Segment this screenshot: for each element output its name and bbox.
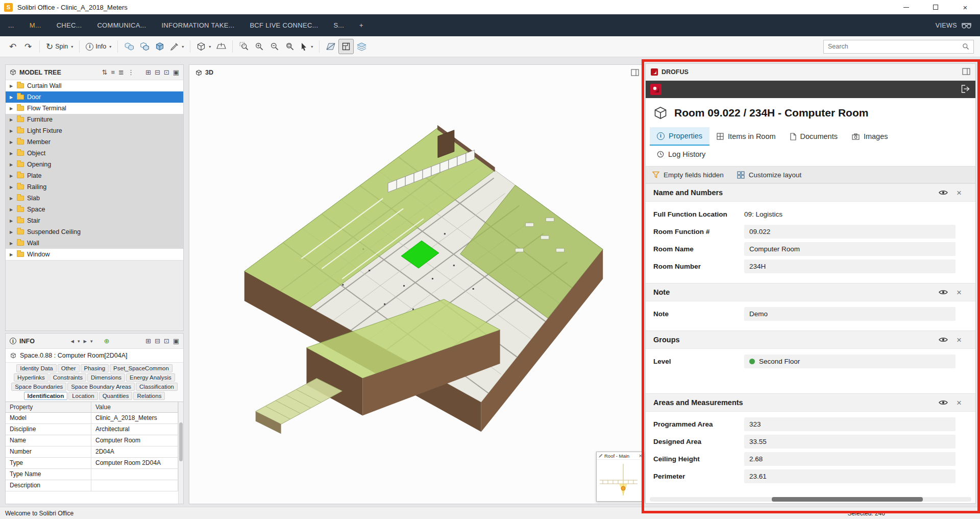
visibility-eye-icon[interactable]: [939, 190, 948, 196]
menu-tab-chec[interactable]: CHEC...: [57, 21, 82, 29]
field-value[interactable]: 234H: [744, 260, 955, 273]
menu-tab-bcf-live-connec[interactable]: BCF LIVE CONNEC...: [250, 21, 318, 29]
3d-viewport[interactable]: [189, 65, 643, 504]
scrollbar-thumb[interactable]: [772, 497, 923, 502]
history-back-menu-icon[interactable]: ▾: [78, 339, 80, 344]
info-tab-relations[interactable]: Relations: [133, 392, 165, 400]
section-plane-button[interactable]: [323, 39, 338, 54]
info-tab-dimensions[interactable]: Dimensions: [87, 373, 125, 382]
zoom-area-button[interactable]: [236, 39, 252, 54]
field-value[interactable]: 33.55: [744, 435, 955, 449]
select-tool-button[interactable]: ▾: [298, 39, 315, 54]
tree-item-opening[interactable]: ▶Opening: [6, 159, 183, 170]
redo-button[interactable]: ↷: [20, 39, 36, 54]
info-tab-energy-analysis[interactable]: Energy Analysis: [126, 373, 175, 382]
drofus-tab-documents[interactable]: Documents: [783, 127, 845, 146]
pick-component-icon[interactable]: ⊕: [104, 337, 110, 345]
info-tab-space-boundaries[interactable]: Space Boundaries: [11, 383, 66, 391]
tree-menu-icon[interactable]: ⋮: [128, 68, 134, 76]
tree-item-light-fixture[interactable]: ▶Light Fixture: [6, 125, 183, 136]
history-forward-menu-icon[interactable]: ▾: [90, 339, 93, 344]
tree-item-space[interactable]: ▶Space: [6, 204, 183, 215]
close-section-icon[interactable]: ×: [957, 188, 962, 197]
expand-arrow-icon[interactable]: ▶: [9, 252, 14, 257]
menu-tab-item-0[interactable]: ...: [8, 21, 14, 29]
component-cubes-button[interactable]: [121, 39, 137, 54]
panel-layout-icon[interactable]: [631, 69, 639, 78]
show-all-icon[interactable]: ⊞: [145, 68, 151, 76]
zoom-in-button[interactable]: [252, 39, 267, 54]
minimize-button[interactable]: [891, 0, 921, 14]
tree-item-wall[interactable]: ▶Wall: [6, 238, 183, 249]
panel-layout-icon[interactable]: [962, 68, 970, 77]
popup-titlebar[interactable]: Roof - Main ×: [597, 452, 644, 460]
drofus-tab-items-in-room[interactable]: Items in Room: [709, 127, 782, 146]
panel-options-icon[interactable]: ▣: [173, 337, 179, 345]
views-control[interactable]: VIEWS: [936, 21, 972, 29]
visibility-eye-icon[interactable]: [939, 337, 948, 343]
zoom-fit-button[interactable]: [282, 39, 298, 54]
info-tab-hyperlinks[interactable]: Hyperlinks: [14, 373, 48, 382]
hierarchy-sort-icon[interactable]: ⇅: [102, 68, 108, 76]
field-value[interactable]: Computer Room: [744, 242, 955, 256]
hide-all-icon[interactable]: ⊟: [155, 68, 160, 76]
tree-item-window[interactable]: ▶Window: [6, 249, 183, 260]
panel-options-icon[interactable]: ▣: [173, 68, 179, 76]
property-row-discipline[interactable]: DisciplineArchitectural: [6, 424, 178, 435]
open-in-drofus-icon[interactable]: [961, 85, 971, 95]
tree-item-door[interactable]: ▶Door: [6, 91, 183, 103]
tree-item-slab[interactable]: ▶Slab: [6, 193, 183, 204]
expand-arrow-icon[interactable]: ▶: [9, 207, 14, 212]
history-back-icon[interactable]: ◂: [70, 337, 74, 345]
info-tab-quantities[interactable]: Quantities: [99, 392, 133, 400]
info-tab-other[interactable]: Other: [58, 364, 80, 372]
layers-button[interactable]: [354, 39, 369, 54]
isolate-icon[interactable]: ⊡: [164, 68, 169, 76]
flat-list-icon[interactable]: ≡: [111, 68, 115, 76]
expand-arrow-icon[interactable]: ▶: [9, 140, 14, 145]
tree-item-plate[interactable]: ▶Plate: [6, 170, 183, 181]
field-value[interactable]: Second Floor: [744, 355, 955, 368]
undo-button[interactable]: ↶: [5, 39, 20, 54]
info-tab-constraints[interactable]: Constraints: [50, 373, 86, 382]
drofus-tab-log-history[interactable]: Log History: [650, 146, 713, 163]
expand-arrow-icon[interactable]: ▶: [9, 84, 14, 88]
info-tab-location[interactable]: Location: [68, 392, 97, 400]
tree-item-object[interactable]: ▶Object: [6, 148, 183, 159]
expand-arrow-icon[interactable]: ▶: [9, 185, 14, 190]
info-tab-identification[interactable]: Identification: [24, 392, 68, 400]
close-icon[interactable]: ×: [639, 453, 642, 459]
expand-icon[interactable]: ⊞: [145, 337, 151, 345]
selection-basket-button[interactable]: [152, 39, 167, 54]
field-value[interactable]: 23.61: [744, 469, 955, 483]
projection-button[interactable]: [213, 39, 229, 54]
expand-arrow-icon[interactable]: ▶: [9, 106, 14, 111]
expand-arrow-icon[interactable]: ▶: [9, 230, 14, 234]
field-value[interactable]: 323: [744, 417, 955, 431]
tree-item-furniture[interactable]: ▶Furniture: [6, 114, 183, 125]
info-tab-identity-data[interactable]: Identity Data: [16, 364, 57, 372]
info-tab-classification[interactable]: Classification: [136, 383, 178, 391]
empty-fields-toggle[interactable]: Empty fields hidden: [664, 171, 724, 179]
expand-arrow-icon[interactable]: ▶: [9, 219, 14, 223]
drofus-tab-properties[interactable]: Properties: [650, 127, 709, 146]
expand-arrow-icon[interactable]: ▶: [9, 117, 14, 122]
markup-button[interactable]: ▾: [167, 39, 186, 54]
tree-item-flow-terminal[interactable]: ▶Flow Terminal: [6, 103, 183, 114]
scrollbar-thumb[interactable]: [179, 422, 183, 461]
close-section-icon[interactable]: ×: [957, 336, 962, 344]
tree-item-curtain-wall[interactable]: ▶Curtain Wall: [6, 80, 183, 91]
close-button[interactable]: ×: [950, 0, 980, 14]
menu-tab-m[interactable]: M...: [30, 21, 41, 29]
expand-arrow-icon[interactable]: ▶: [9, 162, 14, 167]
info-tab-phasing[interactable]: Phasing: [81, 364, 109, 372]
property-row-description[interactable]: Description: [6, 480, 178, 491]
property-row-model[interactable]: ModelClinic_A_2018_Meters: [6, 413, 178, 424]
footprint-button[interactable]: [338, 39, 354, 54]
expand-arrow-icon[interactable]: ▶: [9, 174, 14, 178]
property-row-name[interactable]: NameComputer Room: [6, 435, 178, 446]
customize-layout-button[interactable]: Customize layout: [737, 171, 802, 179]
view-cube-button[interactable]: ▾: [194, 39, 213, 54]
maximize-button[interactable]: [921, 0, 950, 14]
horizontal-scrollbar[interactable]: [650, 497, 971, 502]
